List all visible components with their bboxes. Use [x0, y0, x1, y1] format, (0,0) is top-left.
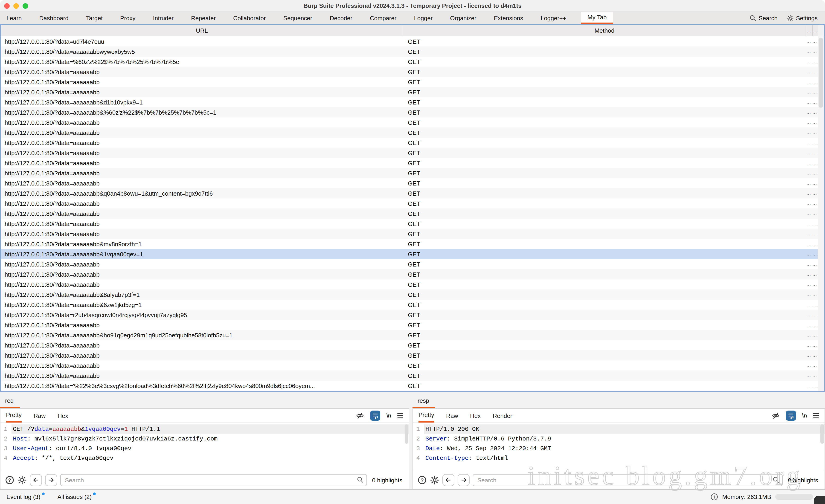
- table-row[interactable]: http://127.0.0.1:80/?data=aaaaaabbGET...…: [1, 168, 824, 178]
- table-row[interactable]: http://127.0.0.1:80/?data=aaaaaabbGET...…: [1, 148, 824, 158]
- row-extra-cell: ...: [806, 303, 812, 307]
- row-extra-cell: ...: [806, 60, 812, 64]
- view-tab-hex[interactable]: Hex: [58, 409, 68, 423]
- main-tab-target[interactable]: Target: [86, 12, 103, 24]
- table-scrollbar-thumb[interactable]: [819, 38, 823, 108]
- table-row[interactable]: http://127.0.0.1:80/?data=aaaaaabbGET...…: [1, 128, 824, 138]
- table-row[interactable]: http://127.0.0.1:80/?data=aaaaaabb&6zw1j…: [1, 300, 824, 310]
- show-newlines-toggle[interactable]: \n: [802, 412, 807, 419]
- table-row[interactable]: http://127.0.0.1:80/?data='%22%3e%3csvg%…: [1, 381, 824, 391]
- response-search-input[interactable]: [473, 474, 783, 486]
- response-editor[interactable]: 1HTTP/1.0 200 OK2Server: SimpleHTTP/0.6 …: [413, 423, 825, 471]
- table-row[interactable]: http://127.0.0.1:80/?data=aaaaaabbGET...…: [1, 259, 824, 269]
- table-row[interactable]: http://127.0.0.1:80/?data=aaaaaabbGET...…: [1, 360, 824, 370]
- search-settings-gear-icon[interactable]: [430, 476, 439, 485]
- search-settings-gear-icon[interactable]: [17, 476, 27, 485]
- table-row[interactable]: http://127.0.0.1:80/?data=aaaaaabbGET...…: [1, 138, 824, 148]
- request-editor[interactable]: 1GET /?data=aaaaaabb&1vqaa00qev=1 HTTP/1…: [0, 423, 409, 471]
- table-row[interactable]: http://127.0.0.1:80/?data=aaaaaabbGET...…: [1, 219, 824, 229]
- word-wrap-toggle[interactable]: [370, 411, 380, 421]
- table-row[interactable]: http://127.0.0.1:80/?data=aaaaaabb&%60z'…: [1, 107, 824, 117]
- main-tab-extensions[interactable]: Extensions: [494, 12, 523, 24]
- response-tab[interactable]: resp: [412, 397, 435, 408]
- main-tab-repeater[interactable]: Repeater: [191, 12, 216, 24]
- previous-match-button[interactable]: [30, 474, 42, 486]
- column-header-extra-1[interactable]: ...: [806, 25, 812, 36]
- show-newlines-toggle[interactable]: \n: [386, 412, 391, 419]
- table-row[interactable]: http://127.0.0.1:80/?data=aaaaaabb&ho91q…: [1, 330, 824, 340]
- zoom-window-button[interactable]: [22, 3, 28, 9]
- main-tab-sequencer[interactable]: Sequencer: [283, 12, 312, 24]
- table-row[interactable]: http://127.0.0.1:80/?data=aaaaaabb&1vqaa…: [1, 249, 824, 259]
- next-match-button[interactable]: [458, 474, 469, 486]
- view-tab-raw[interactable]: Raw: [446, 409, 458, 423]
- table-row[interactable]: http://127.0.0.1:80/?data=aaaaaabbGET...…: [1, 340, 824, 350]
- main-tab-dashboard[interactable]: Dashboard: [40, 12, 69, 24]
- main-tab-learn[interactable]: Learn: [6, 12, 22, 24]
- help-icon[interactable]: [418, 476, 427, 485]
- view-tab-render[interactable]: Render: [493, 409, 512, 423]
- table-row[interactable]: http://127.0.0.1:80/?data=%60z'z%22$%7b%…: [1, 57, 824, 67]
- settings-button[interactable]: Settings: [787, 14, 818, 21]
- main-tab-decoder[interactable]: Decoder: [330, 12, 353, 24]
- main-tab-comparer[interactable]: Comparer: [370, 12, 397, 24]
- hide-nonprintable-icon[interactable]: [356, 412, 364, 420]
- table-row[interactable]: http://127.0.0.1:80/?data=aaaaaabbGET...…: [1, 229, 824, 239]
- table-row[interactable]: http://127.0.0.1:80/?data=aaaaaabb&q0an4…: [1, 188, 824, 198]
- view-tab-hex[interactable]: Hex: [470, 409, 481, 423]
- table-row[interactable]: http://127.0.0.1:80/?data=aaaaaabbGET...…: [1, 198, 824, 208]
- all-issues-button[interactable]: All issues (2): [57, 493, 96, 500]
- view-tab-raw[interactable]: Raw: [33, 409, 46, 423]
- previous-match-button[interactable]: [442, 474, 454, 486]
- table-row[interactable]: http://127.0.0.1:80/?data=aaaaaabb&mv8n9…: [1, 239, 824, 249]
- editor-menu-icon[interactable]: [813, 413, 819, 418]
- table-row[interactable]: http://127.0.0.1:80/?data=aaaaaabbGET...…: [1, 158, 824, 168]
- main-tab-intruder[interactable]: Intruder: [153, 12, 173, 24]
- table-row[interactable]: http://127.0.0.1:80/?data=aaaaaabbGET...…: [1, 77, 824, 87]
- table-row[interactable]: http://127.0.0.1:80/?data=r2ub4asqrcnwf0…: [1, 310, 824, 320]
- table-row[interactable]: http://127.0.0.1:80/?data=aaaaaabbGET...…: [1, 370, 824, 381]
- table-row[interactable]: http://127.0.0.1:80/?data=aaaaaabbwywoxb…: [1, 47, 824, 57]
- table-row[interactable]: http://127.0.0.1:80/?data=aaaaaabbGET...…: [1, 320, 824, 330]
- hide-nonprintable-icon[interactable]: [772, 412, 780, 420]
- view-tab-pretty[interactable]: Pretty: [6, 409, 22, 423]
- main-tab-proxy[interactable]: Proxy: [120, 12, 135, 24]
- search-button[interactable]: Search: [749, 14, 777, 21]
- table-row[interactable]: http://127.0.0.1:80/?data=aaaaaabbGET...…: [1, 350, 824, 360]
- close-window-button[interactable]: [4, 3, 10, 9]
- response-editor-scrollbar[interactable]: [820, 424, 824, 444]
- info-icon[interactable]: [710, 493, 718, 501]
- column-header-method[interactable]: Method: [403, 25, 806, 36]
- request-search-input[interactable]: [60, 474, 367, 486]
- table-row[interactable]: http://127.0.0.1:80/?data=aaaaaabbGET...…: [1, 208, 824, 219]
- table-row[interactable]: http://127.0.0.1:80/?data=ud7l4e7euuGET.…: [1, 36, 824, 47]
- main-tab-logger-[interactable]: Logger++: [541, 12, 566, 24]
- row-method-cell: GET: [403, 160, 806, 166]
- table-row[interactable]: http://127.0.0.1:80/?data=aaaaaabb&d1b10…: [1, 97, 824, 107]
- main-tab-organizer[interactable]: Organizer: [450, 12, 476, 24]
- minimize-window-button[interactable]: [13, 3, 19, 9]
- request-editor-scrollbar[interactable]: [405, 424, 408, 444]
- column-header-url[interactable]: URL: [1, 27, 403, 34]
- word-wrap-toggle[interactable]: [786, 411, 796, 421]
- help-icon[interactable]: [5, 476, 14, 485]
- table-row[interactable]: http://127.0.0.1:80/?data=aaaaaabbGET...…: [1, 178, 824, 188]
- row-extra-cell: ...: [806, 282, 812, 286]
- view-tab-pretty[interactable]: Pretty: [419, 409, 434, 423]
- table-row[interactable]: http://127.0.0.1:80/?data=aaaaaabbGET...…: [1, 279, 824, 289]
- table-row[interactable]: http://127.0.0.1:80/?data=aaaaaabb&8alya…: [1, 289, 824, 300]
- table-row[interactable]: http://127.0.0.1:80/?data=aaaaaabbGET...…: [1, 269, 824, 279]
- main-tab-my-tab[interactable]: My Tab: [581, 12, 613, 24]
- table-row[interactable]: http://127.0.0.1:80/?data=aaaaaabbGET...…: [1, 67, 824, 77]
- column-header-extra-2[interactable]: ...: [812, 25, 818, 36]
- editor-menu-icon[interactable]: [397, 413, 403, 418]
- next-match-button[interactable]: [45, 474, 57, 486]
- main-tab-logger[interactable]: Logger: [414, 12, 433, 24]
- row-extra-cell: ...: [806, 131, 812, 135]
- table-row[interactable]: http://127.0.0.1:80/?data=aaaaaabbGET...…: [1, 117, 824, 128]
- request-tab[interactable]: req: [0, 397, 20, 408]
- event-log-button[interactable]: Event log (3): [6, 493, 45, 500]
- main-tab-collaborator[interactable]: Collaborator: [233, 12, 266, 24]
- table-row[interactable]: http://127.0.0.1:80/?data=aaaaaabbGET...…: [1, 87, 824, 97]
- table-vertical-scrollbar[interactable]: [818, 36, 824, 391]
